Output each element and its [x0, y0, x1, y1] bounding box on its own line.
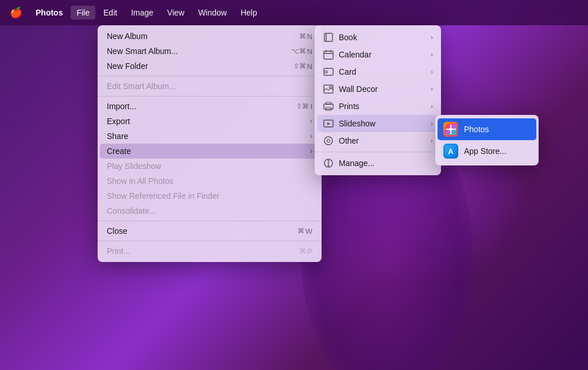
menu-item-new-album[interactable]: New Album ⌘N — [98, 29, 322, 44]
menubar-item-file[interactable]: File — [71, 6, 95, 20]
menu-item-show-referenced: Show Referenced File in Finder — [98, 188, 322, 203]
submenu-item-book-left: Book — [323, 32, 357, 43]
submenu-item-other[interactable]: Other › — [315, 132, 441, 149]
submenu-item-manage[interactable]: Manage... — [315, 155, 441, 172]
card-chevron-icon: › — [431, 68, 433, 76]
submenu-item-slideshow-left: Slideshow — [323, 118, 376, 129]
submenu-item-manage-left: Manage... — [323, 157, 374, 169]
menu-item-create-label: Create — [107, 147, 131, 156]
menu-item-edit-smart-album-label: Edit Smart Album... — [107, 82, 176, 91]
submenu-item-wall-decor-left: Wall Decor — [323, 83, 378, 95]
svg-text:A: A — [448, 147, 454, 156]
menu-item-new-album-shortcut: ⌘N — [299, 32, 312, 41]
menubar-item-image[interactable]: Image — [125, 6, 159, 20]
wall-decor-chevron-icon: › — [431, 85, 433, 93]
submenu-item-slideshow[interactable]: Slideshow › — [317, 115, 439, 132]
slideshow-item-photos[interactable]: Photos — [438, 118, 536, 140]
menu-item-share-label: Share — [107, 132, 128, 141]
menu-item-import-shortcut: ⇧⌘I — [296, 102, 312, 111]
menu-item-play-slideshow-label: Play Slideshow — [107, 161, 161, 171]
prints-icon — [323, 101, 334, 112]
menu-item-new-folder[interactable]: New Folder ⇧⌘N — [98, 59, 322, 74]
menubar-item-photos[interactable]: Photos — [30, 6, 68, 20]
slideshow-submenu: Photos A App Store... — [435, 115, 539, 165]
menu-item-consolidate-label: Consolidate... — [107, 206, 156, 215]
wall-decor-icon — [323, 83, 334, 95]
svg-point-20 — [328, 165, 330, 167]
menu-item-print: Print... ⌘P — [98, 244, 322, 259]
submenu-item-card-left: Card — [323, 66, 356, 78]
separator-2 — [98, 96, 322, 97]
slideshow-icon — [323, 118, 334, 129]
submenu-item-other-label: Other — [339, 136, 359, 145]
separator-1 — [98, 76, 322, 76]
menu-item-import[interactable]: Import... ⇧⌘I — [98, 99, 322, 114]
photos-app-icon — [443, 122, 458, 137]
export-chevron-icon: › — [310, 117, 312, 125]
submenu-item-other-left: Other — [323, 135, 359, 147]
slideshow-photos-label: Photos — [464, 125, 489, 134]
svg-rect-2 — [324, 51, 333, 59]
menu-item-show-all-photos-label: Show in All Photos — [107, 176, 173, 186]
menubar-item-help[interactable]: Help — [235, 6, 263, 20]
submenu-item-prints[interactable]: Prints › — [315, 98, 441, 115]
menu-item-export[interactable]: Export › — [98, 114, 322, 129]
separator-4 — [98, 241, 322, 241]
submenu-item-book[interactable]: Book › — [315, 29, 441, 46]
menu-item-new-folder-shortcut: ⇧⌘N — [293, 62, 312, 71]
separator-3 — [98, 221, 322, 221]
submenu-item-manage-label: Manage... — [339, 159, 374, 168]
svg-point-15 — [324, 137, 332, 145]
book-icon — [323, 32, 334, 43]
submenu-item-calendar[interactable]: Calendar › — [315, 46, 441, 63]
submenu-item-calendar-left: Calendar — [323, 49, 372, 60]
menu-item-import-label: Import... — [107, 102, 136, 111]
submenu-item-card-label: Card — [339, 67, 356, 76]
menu-item-close-label: Close — [107, 226, 127, 236]
calendar-icon — [323, 49, 334, 60]
menu-item-share[interactable]: Share › — [98, 129, 322, 144]
svg-marker-14 — [327, 122, 330, 125]
submenu-item-calendar-label: Calendar — [339, 50, 372, 59]
submenu-item-book-label: Book — [339, 33, 357, 42]
manage-icon — [323, 157, 334, 169]
menu-item-print-shortcut: ⌘P — [299, 247, 312, 256]
menu-item-show-referenced-label: Show Referenced File in Finder — [107, 191, 219, 201]
menubar-item-view[interactable]: View — [161, 6, 190, 20]
other-chevron-icon: › — [431, 137, 433, 145]
svg-point-22 — [449, 128, 452, 131]
slideshow-item-appstore[interactable]: A App Store... — [435, 140, 539, 162]
share-chevron-icon: › — [310, 132, 312, 140]
menu-item-create[interactable]: Create › — [100, 144, 319, 159]
submenu-item-card[interactable]: Card › — [315, 63, 441, 80]
menubar-item-edit[interactable]: Edit — [98, 6, 123, 20]
menu-item-new-smart-album-label: New Smart Album... — [107, 47, 178, 56]
menu-item-export-label: Export — [107, 117, 130, 126]
file-menu: New Album ⌘N New Smart Album... ⌥⌘N New … — [98, 25, 322, 262]
other-icon — [323, 135, 334, 147]
menu-item-new-album-label: New Album — [107, 32, 148, 41]
menu-item-close-shortcut: ⌘W — [297, 227, 312, 236]
svg-rect-0 — [324, 33, 332, 41]
menu-item-new-folder-label: New Folder — [107, 61, 148, 71]
create-submenu: Book › Calendar › Card › Wall Decor — [315, 25, 441, 175]
svg-point-7 — [325, 71, 327, 73]
prints-chevron-icon: › — [431, 102, 433, 110]
menu-item-new-smart-album[interactable]: New Smart Album... ⌥⌘N — [98, 44, 322, 59]
menu-item-play-slideshow: Play Slideshow — [98, 159, 322, 174]
submenu-item-prints-label: Prints — [339, 102, 359, 111]
svg-point-18 — [328, 163, 330, 164]
submenu-item-slideshow-label: Slideshow — [339, 119, 376, 128]
menu-item-new-smart-album-shortcut: ⌥⌘N — [291, 47, 312, 56]
submenu-separator — [315, 152, 441, 152]
apple-menu-icon[interactable]: 🍎 — [7, 0, 25, 25]
svg-point-19 — [328, 160, 330, 162]
menu-item-print-label: Print... — [107, 246, 130, 256]
slideshow-chevron-icon: › — [431, 120, 433, 128]
svg-point-16 — [327, 140, 330, 142]
menu-item-close[interactable]: Close ⌘W — [98, 223, 322, 238]
menu-item-edit-smart-album: Edit Smart Album... — [98, 79, 322, 94]
menubar-item-window[interactable]: Window — [192, 6, 233, 20]
submenu-item-wall-decor[interactable]: Wall Decor › — [315, 80, 441, 98]
submenu-item-wall-decor-label: Wall Decor — [339, 84, 378, 94]
